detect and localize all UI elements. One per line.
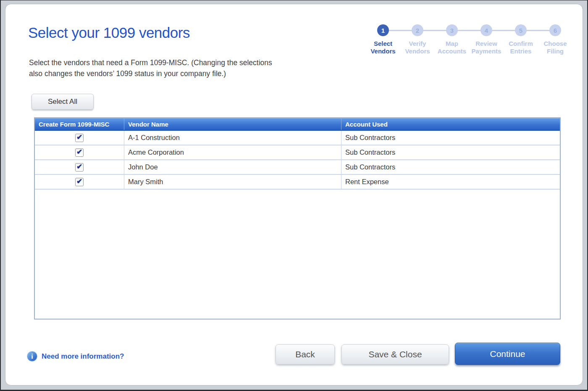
vendor-name-cell: John Doe (124, 160, 341, 174)
continue-button[interactable]: Continue (455, 343, 560, 365)
check-icon: ✔ (76, 163, 82, 170)
step-2-circle: 2 (412, 24, 423, 36)
stepper-step-review-payments: 4 Review Payments (469, 24, 504, 55)
step-6-circle: 6 (549, 24, 561, 36)
stepper-step-map-accounts: 3 Map Accounts (435, 24, 469, 55)
vendor-name-cell: A-1 Construction (124, 131, 341, 145)
save-and-close-button[interactable]: Save & Close (341, 344, 449, 365)
stepper-step-verify-vendors: 2 Verify Vendors (400, 24, 435, 55)
table-row: ✔ John Doe Sub Contractors (35, 160, 560, 175)
step-6-label: Choose Filing (538, 40, 572, 55)
page-title: Select your 1099 vendors (28, 24, 190, 41)
column-header-account-used: Account Used (341, 119, 560, 130)
checkbox-cell: ✔ (35, 175, 124, 189)
table-row: ✔ Mary Smith Rent Expense (35, 175, 560, 190)
account-used-cell: Sub Contractors (341, 131, 560, 145)
checkbox-cell: ✔ (35, 160, 124, 174)
vendor-table: Create Form 1099-MISC Vendor Name Accoun… (34, 117, 561, 320)
info-icon: i (27, 351, 37, 362)
window-frame: Select your 1099 vendors Select the vend… (1, 0, 587, 390)
column-header-vendor-name: Vendor Name (124, 119, 341, 130)
page-subtitle: Select the vendors that need a Form 1099… (29, 57, 272, 79)
checkbox-cell: ✔ (35, 131, 124, 145)
step-3-label: Map Accounts (435, 40, 469, 55)
account-used-cell: Sub Contractors (341, 160, 560, 174)
account-used-cell: Sub Contractors (341, 145, 560, 159)
stepper-step-confirm-entries: 5 Confirm Entries (504, 24, 538, 55)
stepper-step-choose-filing: 6 Choose Filing (538, 24, 572, 55)
select-all-button[interactable]: Select All (32, 94, 94, 110)
vendor-checkbox[interactable]: ✔ (75, 178, 84, 186)
vendor-checkbox[interactable]: ✔ (75, 163, 84, 172)
page-subtitle-line2: also changes the vendors’ 1099 status in… (29, 68, 272, 79)
checkbox-cell: ✔ (35, 145, 124, 159)
step-5-label: Confirm Entries (504, 40, 538, 55)
check-icon: ✔ (76, 178, 82, 185)
step-5-circle: 5 (515, 24, 527, 36)
vendor-name-cell: Acme Corporation (124, 145, 341, 159)
vendor-name-cell: Mary Smith (124, 175, 341, 189)
step-1-label: Select Vendors (366, 40, 400, 55)
vendor-checkbox[interactable]: ✔ (75, 134, 84, 142)
need-more-information-link[interactable]: Need more information? (42, 352, 124, 361)
stepper-step-select-vendors: 1 Select Vendors (366, 24, 400, 55)
step-4-circle: 4 (480, 24, 492, 36)
table-row: ✔ A-1 Construction Sub Contractors (35, 131, 560, 145)
wizard-stepper: 1 Select Vendors 2 Verify Vendors 3 Map … (366, 24, 572, 55)
column-header-create-form-1099: Create Form 1099-MISC (35, 119, 124, 130)
wizard-dialog: Select your 1099 vendors Select the vend… (5, 4, 583, 386)
check-icon: ✔ (76, 134, 82, 141)
page-subtitle-line1: Select the vendors that need a Form 1099… (29, 57, 272, 68)
step-1-circle: 1 (377, 24, 389, 36)
step-4-label: Review Payments (469, 40, 504, 55)
table-header-row: Create Form 1099-MISC Vendor Name Accoun… (35, 118, 560, 131)
step-3-circle: 3 (446, 24, 458, 36)
back-button[interactable]: Back (276, 344, 335, 365)
vendor-checkbox[interactable]: ✔ (75, 148, 84, 157)
account-used-cell: Rent Expense (341, 175, 560, 189)
step-2-label: Verify Vendors (400, 40, 435, 55)
check-icon: ✔ (76, 148, 82, 156)
table-empty-area (35, 190, 560, 319)
table-row: ✔ Acme Corporation Sub Contractors (35, 145, 560, 160)
